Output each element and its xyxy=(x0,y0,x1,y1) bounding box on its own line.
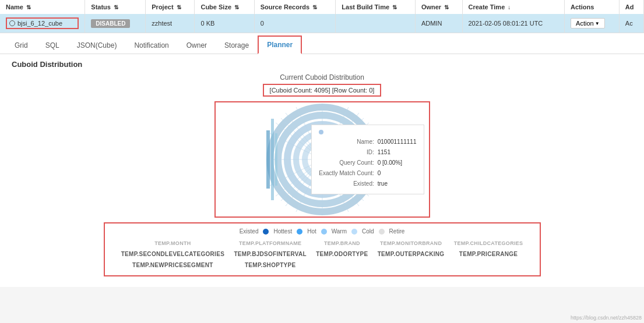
cell-owner: ADMIN xyxy=(415,14,462,33)
dim-temp-platform: TEMP.PLATFORMNAME xyxy=(229,238,311,249)
dim-temp-brand: TEMP.BRAND xyxy=(311,238,372,249)
col-status[interactable]: Status ⇅ xyxy=(85,0,146,14)
dim-empty-3 xyxy=(449,260,528,271)
legend-row: Existed Hottest Hot Warm Cold Retire xyxy=(117,228,528,235)
svg-rect-19 xyxy=(271,119,274,200)
dim-temp-odor: TEMP.ODORTYPE xyxy=(311,249,372,260)
dim-empty-1 xyxy=(311,260,372,271)
cube-icon xyxy=(9,20,15,26)
legend-hottest-label: Hottest xyxy=(273,228,292,235)
tab-sql[interactable]: SQL xyxy=(37,37,68,54)
viz-container: Name: ID: Query Count: Exactly Match Cou… xyxy=(214,101,430,218)
tooltip-name-value: 010001111111 xyxy=(378,137,417,147)
tab-owner[interactable]: Owner xyxy=(178,37,216,54)
legend-hottest-dot xyxy=(263,229,269,235)
col-ad: Ad xyxy=(619,0,643,14)
tab-json-cube[interactable]: JSON(Cube) xyxy=(68,37,126,54)
dimension-grid: TEMP.MONTH TEMP.PLATFORMNAME TEMP.BRAND … xyxy=(117,238,528,271)
tooltip-id-label: ID: xyxy=(319,147,374,158)
tooltip-name-label: Name: xyxy=(319,137,374,147)
tooltip-query-label: Query Count: xyxy=(319,158,374,168)
cell-project: zzhtest xyxy=(146,14,195,33)
legend-cold-label: Cold xyxy=(362,228,374,235)
col-source-records[interactable]: Source Records ⇅ xyxy=(254,0,336,14)
section-title: Cuboid Distribution xyxy=(12,60,632,69)
tooltip-dot xyxy=(319,130,323,134)
cell-name: bjsi_6_12_cube xyxy=(0,14,85,33)
tooltip-id-value: 1151 xyxy=(378,147,417,158)
legend-warm-label: Warm xyxy=(332,228,347,235)
watermark: https://blog.csdn.net/zzh45828 xyxy=(571,315,642,321)
svg-rect-20 xyxy=(275,133,277,186)
tab-planner[interactable]: Planner xyxy=(258,36,302,54)
col-last-build[interactable]: Last Build Time ⇅ xyxy=(336,0,416,14)
legend-retire-dot xyxy=(379,229,385,235)
dim-empty-2 xyxy=(373,260,449,271)
status-badge: DISABLED xyxy=(91,19,130,28)
dim-temp-price: TEMP.PRICERANGE xyxy=(449,249,528,260)
col-actions: Actions xyxy=(565,0,620,14)
cuboid-count-box: [Cuboid Count: 4095] [Row Count: 0] xyxy=(263,84,382,97)
dim-temp-newprice: TEMP.NEWPRICESEGMENT xyxy=(117,260,230,271)
tab-storage[interactable]: Storage xyxy=(216,37,258,54)
col-create-time[interactable]: Create Time ↓ xyxy=(462,0,565,14)
tooltip-box: Name: ID: Query Count: Exactly Match Cou… xyxy=(311,125,424,194)
main-content: Cuboid Distribution Current Cuboid Distr… xyxy=(0,54,644,287)
dim-temp-month: TEMP.MONTH xyxy=(117,238,230,249)
svg-rect-18 xyxy=(266,130,270,189)
cell-create-time: 2021-02-05 08:01:21 UTC xyxy=(462,14,565,33)
tabs-bar: Grid SQL JSON(Cube) Notification Owner S… xyxy=(0,36,644,54)
dim-temp-outer: TEMP.OUTERPACKING xyxy=(373,249,449,260)
tooltip-existed-value: true xyxy=(378,179,417,189)
action-button[interactable]: Action ▼ xyxy=(571,18,605,29)
tab-grid[interactable]: Grid xyxy=(6,37,37,54)
cell-ad: Ac xyxy=(619,14,643,33)
data-table: Name ⇅ Status ⇅ Project ⇅ Cube Size ⇅ So… xyxy=(0,0,644,33)
dim-temp-monitor: TEMP.MONITORBRAND xyxy=(373,238,449,249)
viz-section: Current Cuboid Distribution [Cuboid Coun… xyxy=(12,73,632,281)
current-cuboid-title: Current Cuboid Distribution xyxy=(280,73,364,81)
cell-last-build xyxy=(336,14,416,33)
tooltip-existed-label: Existed: xyxy=(319,179,374,189)
cell-source-records: 0 xyxy=(254,14,336,33)
col-project[interactable]: Project ⇅ xyxy=(146,0,195,14)
legend-retire-label: Retire xyxy=(389,228,405,235)
tooltip-exactly-value: 0 xyxy=(378,168,417,179)
col-name[interactable]: Name ⇅ xyxy=(0,0,85,14)
dim-temp-shoptype: TEMP.SHOPTYPE xyxy=(229,260,311,271)
table-row[interactable]: bjsi_6_12_cube DISABLED zzhtest 0 KB 0 A… xyxy=(0,14,644,33)
legend-existed-label: Existed xyxy=(240,228,259,235)
legend-section: Existed Hottest Hot Warm Cold Retire xyxy=(104,222,541,276)
tooltip-query-value: 0 [0.00%] xyxy=(378,158,417,168)
col-owner[interactable]: Owner ⇅ xyxy=(415,0,462,14)
tab-notification[interactable]: Notification xyxy=(125,37,177,54)
cuboid-distribution: Current Cuboid Distribution [Cuboid Coun… xyxy=(263,73,382,101)
legend-cold-dot xyxy=(351,229,357,235)
cube-name-label: bjsi_6_12_cube xyxy=(17,20,62,27)
caret-icon: ▼ xyxy=(595,21,600,26)
legend-warm-dot xyxy=(321,229,327,235)
tooltip-exactly-label: Exactly Match Count: xyxy=(319,168,374,179)
legend-hot-dot xyxy=(297,229,302,235)
cell-cube-size: 0 KB xyxy=(195,14,254,33)
cell-status: DISABLED xyxy=(85,14,146,33)
legend-hot-label: Hot xyxy=(307,228,316,235)
cell-actions: Action ▼ xyxy=(565,14,620,33)
dim-temp-second: TEMP.SECONDLEVELCATEGORIES xyxy=(117,249,230,260)
dim-temp-bjds: TEMP.BJDSOFINTERVAL xyxy=(229,249,311,260)
dim-temp-child: TEMP.CHILDCATEGORIES xyxy=(449,238,528,249)
col-cube-size[interactable]: Cube Size ⇅ xyxy=(195,0,254,14)
page-wrapper: Name ⇅ Status ⇅ Project ⇅ Cube Size ⇅ So… xyxy=(0,0,644,287)
